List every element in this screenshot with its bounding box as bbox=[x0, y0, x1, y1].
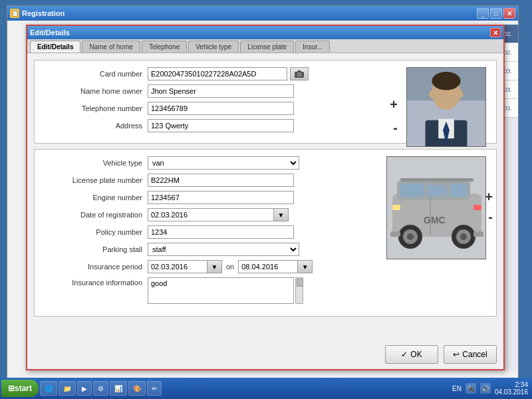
personal-section: + - Card number bbox=[34, 60, 497, 144]
svg-rect-17 bbox=[450, 184, 467, 197]
license-input[interactable] bbox=[148, 174, 294, 187]
insurance-to-input[interactable] bbox=[238, 260, 298, 273]
ok-button[interactable]: ✓ OK bbox=[385, 345, 438, 364]
svg-rect-12 bbox=[297, 70, 301, 72]
camera-icon bbox=[294, 70, 305, 78]
insurance-from-calendar-button[interactable]: ▼ bbox=[207, 260, 222, 273]
tray-network-icon: 🔌 bbox=[466, 383, 476, 394]
card-number-input[interactable] bbox=[148, 67, 287, 80]
folder-icon: 📁 bbox=[63, 385, 71, 392]
ie-icon: 🌐 bbox=[45, 385, 53, 392]
svg-rect-25 bbox=[390, 231, 400, 237]
insurance-period-label: Insurance period bbox=[41, 263, 148, 271]
taskbar-paint-item[interactable]: 🎨 bbox=[128, 381, 146, 396]
dialog-tabs: Edit/Details Name of home Telephone Vehi… bbox=[27, 39, 503, 53]
engine-input[interactable] bbox=[148, 191, 294, 204]
scrollbar[interactable] bbox=[295, 277, 303, 304]
taskbar-ie-item[interactable]: 🌐 bbox=[40, 381, 57, 396]
tray-volume-icon[interactable]: 🔊 bbox=[480, 383, 491, 394]
tab-vehicle-type[interactable]: Vehicle type bbox=[188, 41, 239, 53]
window-title: Registration bbox=[22, 9, 65, 17]
date-reg-calendar-button[interactable]: ▼ bbox=[274, 208, 289, 221]
date-reg-input[interactable] bbox=[148, 208, 274, 221]
cancel-icon: ↩ bbox=[453, 350, 460, 359]
cancel-button[interactable]: ↩ Cancel bbox=[444, 345, 497, 364]
vehicle-minus-button[interactable]: - bbox=[488, 209, 493, 225]
taskbar-folder-item[interactable]: 📁 bbox=[59, 381, 76, 396]
system-clock: 2:34 04.03.2016 bbox=[495, 381, 528, 396]
insurance-from-wrap: ▼ bbox=[148, 260, 222, 273]
engine-label: Engine number bbox=[41, 194, 148, 201]
window-controls: _ □ ✕ bbox=[477, 8, 515, 19]
camera-button[interactable] bbox=[290, 67, 309, 80]
taskbar-pen-item[interactable]: ✏ bbox=[147, 381, 162, 396]
on-label: on bbox=[226, 263, 234, 271]
telephone-input[interactable] bbox=[148, 102, 294, 115]
date-reg-wrap: ▼ bbox=[148, 208, 289, 221]
insurance-textarea-wrap: good bbox=[148, 277, 294, 305]
svg-point-11 bbox=[298, 73, 301, 76]
photo-minus-button[interactable]: - bbox=[393, 120, 398, 136]
dialog-footer: ✓ OK ↩ Cancel bbox=[385, 345, 497, 364]
policy-label: Policy number bbox=[41, 228, 148, 236]
clock-date: 04.03.2016 bbox=[495, 388, 528, 396]
address-input[interactable] bbox=[148, 119, 294, 132]
person-photo bbox=[406, 67, 486, 147]
svg-rect-26 bbox=[473, 231, 483, 237]
tab-license-plate[interactable]: License plate bbox=[240, 41, 294, 53]
policy-input[interactable] bbox=[148, 225, 294, 239]
main-window: 📋 Registration _ □ ✕ 02. 02. 03. 03. 03.… bbox=[7, 5, 519, 383]
insurance-info-row: Insurance information good bbox=[41, 277, 489, 305]
address-label: Address bbox=[41, 122, 148, 130]
taskbar-chrome-item[interactable]: ⚙ bbox=[93, 381, 108, 396]
clock-time: 2:34 bbox=[495, 381, 528, 388]
parking-select[interactable]: staff visitor reserved bbox=[148, 243, 299, 256]
calendar-icon: ▼ bbox=[278, 211, 285, 219]
date-reg-label: Date of registration bbox=[41, 211, 148, 219]
media-icon: ▶ bbox=[82, 385, 87, 392]
vehicle-plus-button[interactable]: + bbox=[485, 190, 493, 205]
insurance-info-label: Insurance information bbox=[41, 277, 148, 287]
maximize-button[interactable]: □ bbox=[490, 8, 502, 19]
insurance-period-row: Insurance period ▼ on ▼ bbox=[41, 260, 489, 273]
svg-point-8 bbox=[458, 90, 464, 98]
photo-plus-button[interactable]: + bbox=[390, 97, 398, 112]
card-number-input-wrap bbox=[148, 67, 309, 80]
parking-label: Parking stall bbox=[41, 245, 148, 253]
ok-check-icon: ✓ bbox=[401, 350, 408, 359]
minimize-button[interactable]: _ bbox=[477, 8, 489, 19]
svg-point-7 bbox=[429, 90, 434, 98]
ok-label: OK bbox=[410, 350, 422, 359]
scroll-thumb[interactable] bbox=[297, 279, 303, 287]
taskbar-right: EN 🔌 🔊 2:34 04.03.2016 bbox=[450, 381, 531, 396]
window-titlebar: 📋 Registration _ □ ✕ bbox=[7, 6, 518, 21]
taskbar: ⊞ start 🌐 📁 ▶ ⚙ 📊 🎨 ✏ EN 🔌 🔊 2:34 04.03.… bbox=[0, 378, 532, 399]
lang-label: EN bbox=[452, 385, 462, 392]
dialog-title: Edit/Details bbox=[30, 29, 70, 37]
insurance-from-input[interactable] bbox=[148, 260, 207, 273]
vehicle-svg: GMC bbox=[387, 157, 486, 259]
insurance-to-calendar-button[interactable]: ▼ bbox=[298, 260, 313, 273]
start-button[interactable]: ⊞ start bbox=[1, 380, 39, 397]
svg-rect-31 bbox=[400, 178, 473, 182]
svg-rect-28 bbox=[392, 205, 400, 210]
dialog-titlebar: Edit/Details ✕ bbox=[27, 26, 503, 39]
svg-point-21 bbox=[407, 233, 414, 240]
close-button[interactable]: ✕ bbox=[503, 8, 515, 19]
tab-telephone[interactable]: Telephone bbox=[142, 41, 187, 53]
svg-rect-29 bbox=[473, 205, 481, 210]
name-input[interactable] bbox=[148, 84, 294, 98]
person-svg bbox=[407, 67, 485, 147]
vehicle-photo: GMC bbox=[386, 156, 486, 259]
taskbar-app-item[interactable]: 📊 bbox=[110, 381, 127, 396]
insurance-to-wrap: ▼ bbox=[238, 260, 313, 273]
dialog-controls: ✕ bbox=[490, 28, 501, 37]
vehicle-type-select[interactable]: van car truck motorcycle bbox=[148, 156, 299, 170]
tab-insur[interactable]: Insur... bbox=[295, 41, 330, 53]
insurance-info-textarea[interactable]: good bbox=[148, 277, 294, 304]
tab-edit-details[interactable]: Edit/Details bbox=[30, 41, 80, 53]
calendar-icon-from: ▼ bbox=[211, 263, 218, 271]
dialog-close-button[interactable]: ✕ bbox=[490, 28, 501, 37]
taskbar-media-item[interactable]: ▶ bbox=[77, 381, 92, 396]
tab-name-home[interactable]: Name of home bbox=[82, 41, 140, 53]
